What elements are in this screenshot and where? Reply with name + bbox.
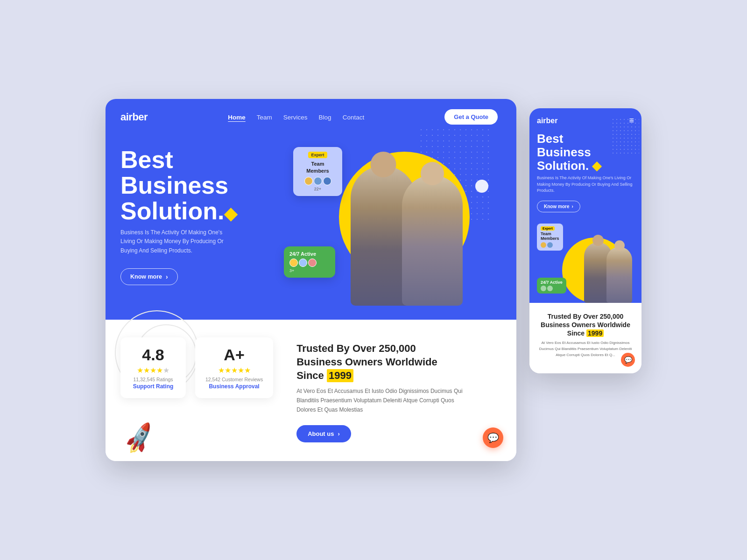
expert-card-title: TeamMembers xyxy=(299,161,337,174)
navbar: airber Home Team Services Blog Contact G… xyxy=(106,99,516,133)
avatar xyxy=(308,259,317,267)
mobile-stats: Trusted By Over 250,000 Business Owners … xyxy=(529,303,641,373)
mobile-people xyxy=(584,242,632,303)
approval-stars: ★★★★★ xyxy=(205,366,263,375)
nav-item-home[interactable]: Home xyxy=(228,113,246,121)
mobile-hero: airber ≡ Best Business Solution. ◆ Busin… xyxy=(529,108,641,302)
hero-image-area: Expert TeamMembers 22+ 24/7 Active xyxy=(279,138,498,306)
mobile-navbar: airber ≡ xyxy=(537,116,634,126)
hero-body: Best Business Solution.◆ Business Is The… xyxy=(106,133,516,320)
about-us-button[interactable]: About us › xyxy=(296,425,351,442)
mobile-chat-bubble[interactable]: 💬 xyxy=(621,353,635,367)
get-quote-button[interactable]: Get a Quote xyxy=(444,109,498,125)
rating-count: 11,32,545 Ratings xyxy=(131,377,176,382)
trusted-title: Trusted By Over 250,000 Business Owners … xyxy=(296,342,498,382)
nav-item-contact[interactable]: Contact xyxy=(343,113,365,121)
mobile-avatar xyxy=(547,242,553,248)
support-rating-label[interactable]: Support Rating xyxy=(131,383,176,390)
expert-count: 22+ xyxy=(299,187,337,191)
active-count: 3+ xyxy=(289,268,330,273)
rocket-icon: 🚀 xyxy=(121,420,158,456)
nav-item-services[interactable]: Services xyxy=(283,113,308,121)
chat-bubble-button[interactable]: 💬 xyxy=(483,427,503,448)
trusted-desc: At Vero Eos Et Accusamus Et Iusto Odio D… xyxy=(296,387,465,414)
mobile-avatar xyxy=(547,286,553,291)
expert-team-card: Expert TeamMembers 22+ xyxy=(293,147,342,196)
avatar xyxy=(304,177,313,185)
nav-item-blog[interactable]: Blog xyxy=(319,113,331,121)
hamburger-icon[interactable]: ≡ xyxy=(629,116,634,126)
mobile-trusted-title: Trusted By Over 250,000 Business Owners … xyxy=(537,312,634,338)
logo: airber xyxy=(120,111,148,123)
white-circle-large xyxy=(475,180,488,193)
approval-number: A+ xyxy=(205,346,263,364)
trusted-section: Trusted By Over 250,000 Business Owners … xyxy=(282,337,498,442)
mobile-logo-air: air xyxy=(537,117,546,125)
avatar xyxy=(314,177,322,185)
mobile-person-woman xyxy=(606,247,632,303)
avatar xyxy=(323,177,331,185)
mobile-logo: airber xyxy=(537,117,557,125)
hero-text: Best Business Solution.◆ Business Is The… xyxy=(120,138,279,285)
person-woman xyxy=(402,175,463,306)
support-rating-box: 4.8 ★★★★★ 11,32,545 Ratings Support Rati… xyxy=(120,337,186,398)
logo-air: air xyxy=(120,111,132,123)
business-approval-box: A+ ★★★★★ 12,542 Customer Reviews Busines… xyxy=(195,337,273,398)
mobile-avatar xyxy=(541,242,546,248)
hero-title: Best Business Solution.◆ xyxy=(120,147,279,224)
rating-stars: ★★★★★ xyxy=(131,366,176,375)
active-card: 24/7 Active 3+ xyxy=(284,246,335,278)
logo-ber: ber xyxy=(132,111,148,123)
active-card-title: 24/7 Active xyxy=(289,251,330,257)
hero-section: airber Home Team Services Blog Contact G… xyxy=(106,99,516,320)
stats-section: 4.8 ★★★★★ 11,32,545 Ratings Support Rati… xyxy=(106,320,516,461)
mobile-hero-subtitle: Business Is The Activity Of Making One's… xyxy=(537,175,634,194)
hero-people xyxy=(334,147,479,306)
mobile-card: airber ≡ Best Business Solution. ◆ Busin… xyxy=(529,108,641,373)
avatar xyxy=(299,259,307,267)
rating-number: 4.8 xyxy=(131,346,176,364)
mobile-trusted-desc: At Vero Eos Et Accusamus Et Iusto Odio D… xyxy=(537,340,634,358)
mobile-logo-ber: ber xyxy=(546,117,558,125)
business-approval-label[interactable]: Business Approval xyxy=(205,383,263,390)
know-more-button[interactable]: Know more › xyxy=(120,268,178,285)
avatar xyxy=(289,259,298,267)
hero-subtitle: Business Is The Activity Of Making One's… xyxy=(120,228,237,255)
mobile-avatar xyxy=(541,286,546,291)
nav-links: Home Team Services Blog Contact xyxy=(228,113,364,121)
mobile-know-more-button[interactable]: Know more › xyxy=(537,201,580,212)
desktop-card: airber Home Team Services Blog Contact G… xyxy=(106,99,516,461)
mobile-active-card: 24/7 Active xyxy=(537,278,566,294)
mobile-expert-card: Expert TeamMembers xyxy=(537,224,563,251)
approval-count: 12,542 Customer Reviews xyxy=(205,377,263,382)
mobile-hero-title: Best Business Solution. ◆ xyxy=(537,132,634,172)
expert-card-tag: Expert xyxy=(308,152,327,158)
mobile-image-area: Expert TeamMembers 24/7 Active xyxy=(529,219,641,303)
nav-item-team[interactable]: Team xyxy=(257,113,272,121)
